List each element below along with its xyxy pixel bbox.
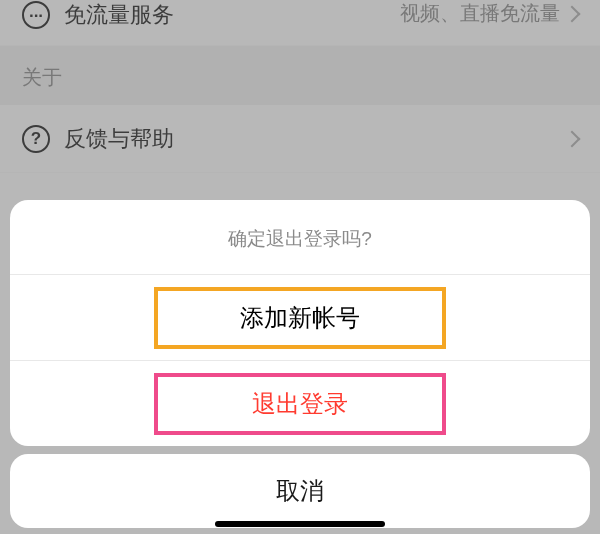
add-account-button[interactable]: 添加新帐号 <box>154 287 446 349</box>
action-sheet-prompt: 确定退出登录吗? <box>10 200 590 274</box>
logout-action-sheet: 确定退出登录吗? 添加新帐号 退出登录 取消 <box>10 200 590 528</box>
home-indicator[interactable] <box>215 521 385 527</box>
action-sheet-cell: 添加新帐号 <box>10 274 590 360</box>
action-sheet-card: 确定退出登录吗? 添加新帐号 退出登录 <box>10 200 590 446</box>
action-sheet-cell: 退出登录 <box>10 360 590 446</box>
cancel-button[interactable]: 取消 <box>10 454 590 528</box>
logout-button[interactable]: 退出登录 <box>154 373 446 435</box>
